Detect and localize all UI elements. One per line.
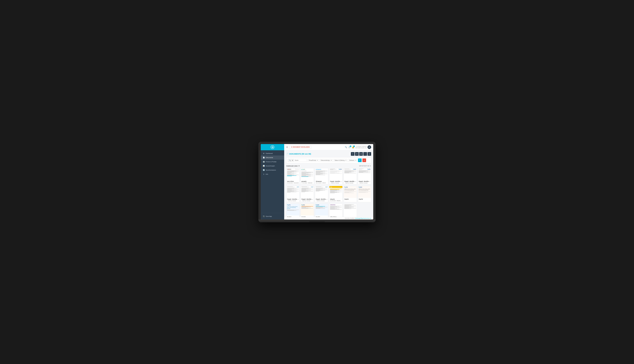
upload-button-label: DOKUMENT HOCHLADEN <box>293 146 310 148</box>
notifications-button[interactable]: 🛒 17 <box>348 146 351 148</box>
search-button[interactable]: 🔍 <box>345 146 347 148</box>
page-title: 📄 DOKUMENTE (99 von 99) <box>286 153 311 155</box>
filter-bar: 🔍 Firma/Portal Dokumententyp Status & Za… <box>286 157 371 163</box>
search-input[interactable] <box>294 159 307 162</box>
doc-info: Paypal - Monthly Summary - PayPal_Transa… <box>344 180 357 184</box>
document-card[interactable]: gr●up24 HOTEL·MIEHL <box>301 168 314 184</box>
document-card[interactable]: ●shopware <box>315 168 328 184</box>
user-avatar[interactable]: R <box>367 145 371 149</box>
doc-meta: - PayPal_Transak <box>302 200 313 201</box>
doc-info: Paypal - Monthly Summary - PayPal_Transa… <box>329 180 342 184</box>
firmen-icon: 🏢 <box>263 161 265 163</box>
document-card[interactable]: PayPal <box>329 168 342 184</box>
page-actions: ✏ ⬇ ⊕ ← ℹ <box>351 152 371 156</box>
footer-label: Zentrales Postfach: <box>345 218 355 219</box>
document-grid: text▮form Rechnung <box>286 168 371 184</box>
filter-clear-button[interactable]: ✕ <box>362 158 366 162</box>
document-card[interactable]: PayPal reCommerce GmbH hat Ihnen zahlen … <box>286 204 300 217</box>
doc-meta: - <box>359 200 370 201</box>
doc-info: Shopware 30.11.2019 - 355471 <box>315 180 328 184</box>
doc-thumbnail: -13,30 <box>301 186 314 198</box>
hamburger-menu-icon[interactable]: ☰ <box>286 146 288 148</box>
action-info-button[interactable]: ℹ <box>367 152 371 156</box>
main-content: ☰ ⬆ DOKUMENT HOCHLADEN 🔍 🛒 17 🔔 <box>284 144 373 220</box>
doc-info: Paypal - Monthly Summary 6 - PayPal_Tran… <box>315 198 328 202</box>
search-type-select[interactable]: 🔍 <box>288 159 294 162</box>
doc-thumbnail: PayPal HMOCGA 2.55: hat Ihnen zahlen ein… <box>358 186 371 198</box>
doc-meta: - PayPal_Transak <box>316 200 327 201</box>
document-card[interactable]: PayPal <box>301 204 314 217</box>
doc-info: Paypal - Monthly Summary 6 - PayPal_Tran… <box>301 198 314 202</box>
filter-search-button[interactable]: 🔍 <box>358 158 362 162</box>
document-card[interactable]: ebay <box>329 186 342 202</box>
document-card[interactable]: PayPal HMOCGA 2.55: hat Ihnen zahlen ein… <box>344 186 357 202</box>
alert-badge: 0 <box>353 146 355 147</box>
document-card[interactable]: PayPal HMOCGA 2.55: hat Ihnen zahlen ein… <box>358 186 371 202</box>
sidebar-item-label: Scan App <box>266 216 272 217</box>
document-card[interactable]: 47,95 <box>286 186 300 202</box>
firma-portal-select[interactable]: Firma/Portal <box>308 159 319 162</box>
topbar-user: Firstname Lastname admin@example.com R <box>355 145 371 149</box>
doc-thumbnail: PayPal <box>358 168 371 180</box>
doc-thumbnail: PayPal <box>329 168 342 180</box>
doc-name: Shopware <box>316 180 327 182</box>
document-grid-row3: PayPal reCommerce GmbH hat Ihnen zahlen … <box>286 204 371 217</box>
sidebar-item-label: Synchronisieren <box>266 169 276 171</box>
document-card[interactable]: ●VibuOnline <box>329 204 342 217</box>
page-title-text: DOKUMENTE (99 von 99) <box>289 153 311 155</box>
doc-meta: 17.01.2020 - 9000160 <box>302 182 313 184</box>
document-card[interactable]: text▮form Rechnung <box>286 168 300 184</box>
document-card[interactable]: PayPal <box>358 168 371 184</box>
alerts-button[interactable]: 🔔 0 <box>352 146 354 148</box>
doc-info: Paypal - Monthly Summary 6 - PayPal_Tran… <box>286 198 299 202</box>
upload-document-button[interactable]: ⬆ DOKUMENT HOCHLADEN <box>289 146 311 148</box>
action-share-button[interactable]: ⊕ <box>359 152 363 156</box>
doc-name: Paypal - Monthly Summary <box>359 180 370 182</box>
doc-meta: - <box>344 200 356 201</box>
document-card[interactable]: PayPal <box>344 168 357 184</box>
page-header: 📄 DOKUMENTE (99 von 99) ✏ ⬇ ⊕ ← ℹ <box>286 152 371 156</box>
doc-name: PayPal <box>359 198 370 200</box>
document-card[interactable]: -13,30 <box>315 186 328 202</box>
sidebar-item-scanapp[interactable]: 📷 Scan App <box>261 214 284 218</box>
doc-thumbnail: PayPal <box>344 168 357 180</box>
section-sort[interactable]: IMPORTIERT AM ▼ <box>359 165 371 167</box>
document-card[interactable]: PayPal <box>315 204 328 217</box>
doc-info <box>344 216 357 217</box>
sidebar-item-dokumente[interactable]: 📄 Dokumente <box>261 156 284 160</box>
sidebar-item-label: Info <box>266 174 268 175</box>
sidebar-item-firmen[interactable]: 🏢 Firmen & Portale <box>261 160 284 164</box>
zeitraum-select[interactable]: Zeitraum <box>348 159 357 162</box>
document-card[interactable] <box>344 204 357 217</box>
action-edit-button[interactable]: ✏ <box>351 152 354 156</box>
sidebar-item-dashboard[interactable]: ⊞ Dashboard <box>261 151 284 156</box>
sidebar-nav: ⊞ Dashboard 📄 Dokumente 🏢 Firmen & Porta… <box>261 150 284 183</box>
dokumententyp-select[interactable]: Dokumententyp <box>319 159 333 162</box>
status-zahlung-select[interactable]: Status & Zahlung <box>333 159 347 162</box>
doc-name: text & form <box>287 180 299 182</box>
document-card[interactable]: -13,30 <box>301 186 314 202</box>
doc-name: Paypal - Monthly Summary 6 <box>302 198 313 200</box>
doc-thumbnail: ebay <box>329 186 342 198</box>
doc-thumbnail: PayPal HMOCGA 2.55: hat Ihnen zahlen ein… <box>344 186 357 198</box>
doc-info: PayPal <box>301 216 314 217</box>
doc-thumbnail: PayPal reCommerce GmbH hat Ihnen zahlen … <box>286 204 299 216</box>
action-download-button[interactable]: ⬇ <box>355 152 359 156</box>
topbar: ☰ ⬆ DOKUMENT HOCHLADEN 🔍 🛒 17 🔔 <box>284 144 373 150</box>
upload-icon: ⬆ <box>291 146 292 148</box>
sidebar-item-label: Firmen & Portale <box>266 161 277 162</box>
sidebar-item-info[interactable]: ℹ Info › <box>261 172 284 176</box>
sidebar-item-auswertungen[interactable]: 📊 Auswertungen <box>261 164 284 168</box>
download-section-icon[interactable]: ⬇ <box>298 165 300 167</box>
doc-info: ebay.de 31.03.2018 - 868a0950194a4 <box>329 198 342 202</box>
auswertungen-icon: 📊 <box>263 165 265 167</box>
footer-email-link[interactable]: dvelopag2@getmyinvoices.net <box>355 218 371 219</box>
scanapp-icon: 📷 <box>263 216 265 217</box>
section-title: FEBRUAR 2020 ⬇ <box>286 165 300 167</box>
doc-thumbnail: ●shopware <box>315 168 328 180</box>
doc-meta: - PayPal_Transak <box>287 200 299 201</box>
app-logo-icon: ⏻ <box>271 145 274 149</box>
user-email: admin@example.com <box>355 147 367 149</box>
action-back-button[interactable]: ← <box>363 152 367 156</box>
sidebar-item-synchronisieren[interactable]: 🔄 Synchronisieren <box>261 168 284 172</box>
